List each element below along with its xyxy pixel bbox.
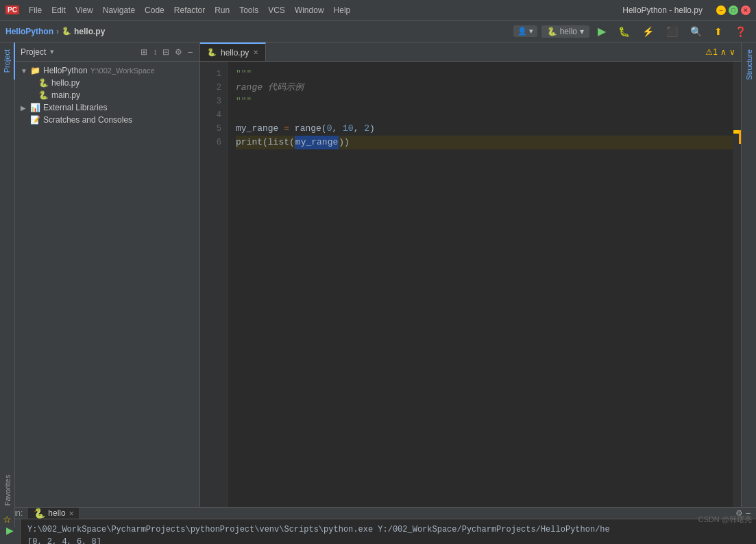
window-title: HelloPython - hello.py [622,5,703,15]
project-panel-title: Project [21,47,46,57]
menu-refactor[interactable]: Refactor [170,4,209,16]
debug-button[interactable]: 🐛 [614,24,634,39]
run-button[interactable]: ▶ [594,23,610,40]
tab-close-icon[interactable]: ✕ [253,49,258,56]
tree-ext-label: External Libraries [43,103,107,112]
code-num-2: 2 [364,122,369,136]
code-editor[interactable]: 1 2 3 4 5 6 """ range 代码示例 """ my [200,62,741,507]
breadcrumb-project[interactable]: HelloPython [5,27,53,36]
code-string-3: """ [236,95,252,108]
stop-button[interactable]: ⬛ [662,24,682,39]
favorites-star-icon[interactable]: ☆ [0,511,14,528]
run-tab-icon: 🐍 [34,508,45,519]
minimize-button[interactable]: – [716,5,726,15]
favorites-sidebar: Favorites ☆ [0,469,15,528]
editor-tab-hello[interactable]: 🐍 hello.py ✕ [200,42,266,61]
project-tree: ▼ 📁 HelloPython Y:\002_WorkSpace 🐍 hello… [15,62,199,507]
scroll-editor-icon[interactable]: ↕ [151,46,158,58]
menu-navigate[interactable]: Navigate [99,4,139,16]
run-panel-header: Run: 🐍 hello ✕ ⚙ – [0,508,756,519]
warning-indicator: ⚠1 ∧ ∨ [700,42,741,61]
profile-button[interactable]: 👤 ▾ [513,25,537,37]
code-num-10: 10 [343,122,354,136]
code-line-4 [236,108,733,122]
code-line-3: """ [236,95,733,108]
tab-spacer [266,42,700,61]
menu-file[interactable]: File [25,4,46,16]
tree-root[interactable]: ▼ 📁 HelloPython Y:\002_WorkSpace [15,64,199,77]
close-panel-icon[interactable]: – [186,46,194,58]
code-num-0: 0 [327,122,332,136]
code-comment-2: range 代码示例 [236,81,304,95]
project-panel-header: Project ▾ ⊞ ↕ ⊟ ⚙ – [15,42,199,62]
menu-window[interactable]: Window [291,4,328,16]
breadcrumb-file[interactable]: hello.py [74,27,105,36]
code-string-1: """ [236,67,252,81]
menu-edit[interactable]: Edit [47,4,70,16]
update-button[interactable]: ⬆ [710,24,727,39]
line-num-6: 6 [200,136,221,149]
editor-area: 🐍 hello.py ✕ ⚠1 ∧ ∨ 1 2 3 4 5 6 " [200,42,741,507]
menu-vcs[interactable]: VCS [264,4,289,16]
py-file-main-icon: 🐍 [38,90,49,100]
line-num-5: 5 [200,122,221,136]
code-content[interactable]: """ range 代码示例 """ my_range = range( 0 ,… [228,62,741,507]
warning-down-icon[interactable]: ∨ [729,47,735,57]
breadcrumb: HelloPython › 🐍 hello.py [5,27,105,36]
run-scroll-up-btn[interactable]: ↑ [2,541,19,544]
tree-root-arrow: ▼ [21,67,27,75]
hello-run-config[interactable]: 🐍 hello ▾ [541,25,589,38]
run-config-icon: 🐍 [547,27,557,36]
tree-file-hello[interactable]: 🐍 hello.py [15,77,199,89]
scratch-icon: 📝 [30,115,40,125]
panel-header-icons: ⊞ ↕ ⊟ ⚙ – [139,46,194,58]
editor-tabs: 🐍 hello.py ✕ ⚠1 ∧ ∨ [200,42,741,62]
collapse-all-icon[interactable]: ⊞ [139,46,149,58]
run-content: ▶ ↑ 🔧 ↓ ↩ ≡ 🖨 📌 🗑 Y:\002_WorkSpace\Pycha… [0,519,756,544]
folder-icon: 📁 [30,66,40,75]
left-sidebar-tab: Project [0,42,15,507]
coverage-button[interactable]: ⚡ [638,24,658,39]
code-list-6: list( [268,136,295,149]
menu-help[interactable]: Help [330,4,355,16]
tab-file-icon: 🐍 [207,48,217,57]
code-line-1: """ [236,67,733,81]
panel-header-dropdown[interactable]: ▾ [50,47,54,56]
tree-root-label: HelloPython [43,66,88,75]
expand-all-icon[interactable]: ⊟ [161,46,171,58]
right-sidebar: Structure [741,42,756,507]
code-comma-2: , [354,122,365,136]
tree-external-libs[interactable]: ▶ 📊 External Libraries [15,101,199,114]
search-button[interactable]: 🔍 [686,24,706,39]
tree-file-main-label: main.py [51,90,80,100]
run-output: Y:\002_WorkSpace\PycharmProjects\pythonP… [21,519,756,544]
close-button[interactable]: ✕ [741,5,751,15]
code-line-5: my_range = range( 0 , 10 , 2 ) [236,122,733,136]
line-num-2: 2 [200,81,221,95]
py-file-icon: 🐍 [38,78,49,88]
favorites-tab[interactable]: Favorites [1,469,14,511]
warning-up-icon[interactable]: ∧ [720,47,727,57]
structure-tab[interactable]: Structure [742,42,756,87]
menu-run[interactable]: Run [210,4,234,16]
breadcrumb-file-icon: 🐍 [62,27,71,36]
tree-file-main[interactable]: 🐍 main.py [15,89,199,101]
help-icon-button[interactable]: ❓ [731,24,751,39]
run-tab-hello[interactable]: 🐍 hello ✕ [28,508,80,519]
tree-scratches[interactable]: 📝 Scratches and Consoles [15,114,199,126]
maximize-button[interactable]: □ [729,5,738,15]
sidebar-tab-project[interactable]: Project [0,42,15,79]
line-num-3: 3 [200,95,221,108]
menu-tools[interactable]: Tools [235,4,263,16]
menu-view[interactable]: View [71,4,97,16]
run-config-dropdown: ▾ [580,27,584,36]
lib-icon: 📊 [30,103,40,112]
settings-icon[interactable]: ⚙ [173,46,184,58]
code-print-6: print( [236,136,268,149]
run-tab-close[interactable]: ✕ [69,510,74,517]
tree-scratch-label: Scratches and Consoles [43,115,132,125]
tree-file-hello-label: hello.py [51,78,80,88]
menu-bar: File Edit View Navigate Code Refactor Ru… [25,4,609,16]
code-op-5: = [284,122,295,136]
menu-code[interactable]: Code [141,4,169,16]
